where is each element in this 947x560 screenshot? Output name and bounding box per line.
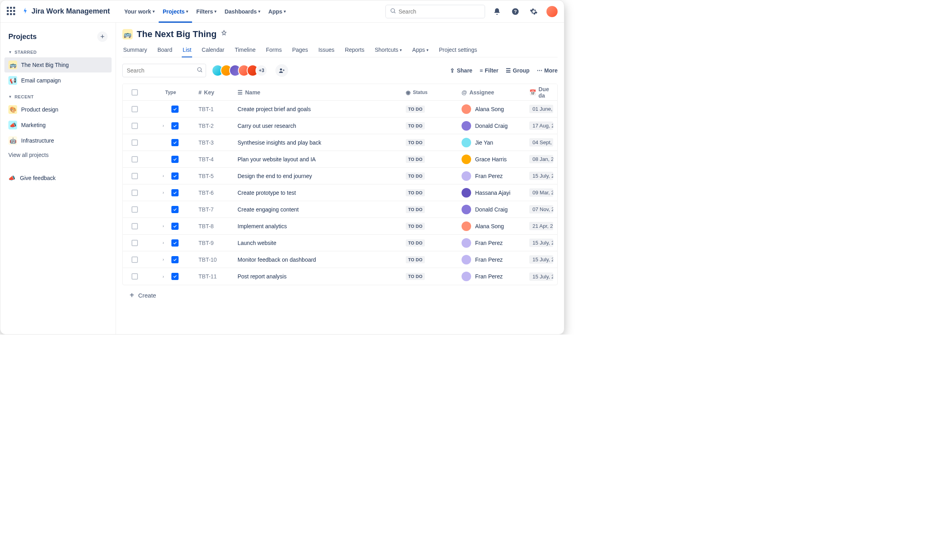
assignee-cell[interactable]: Fran Perez [458,255,525,264]
tab-board[interactable]: Board [157,43,173,57]
tab-timeline[interactable]: Timeline [234,43,256,57]
sidebar-item-product-design[interactable]: 🎨Product design [4,102,112,117]
status-badge[interactable]: TO DO [406,256,425,263]
issue-key[interactable]: TBT-10 [195,257,234,263]
assignee-cell[interactable]: Alana Song [458,221,525,231]
issue-name[interactable]: Implement analytics [234,223,402,229]
issue-name[interactable]: Create project brief and goals [234,106,402,112]
issue-key[interactable]: TBT-1 [195,106,234,112]
column-header-status[interactable]: ◉Status [402,89,458,96]
tab-forms[interactable]: Forms [265,43,283,57]
row-checkbox[interactable] [132,173,138,179]
row-checkbox[interactable] [132,240,138,246]
assignee-cell[interactable]: Fran Perez [458,272,525,281]
row-checkbox[interactable] [132,190,138,196]
sidebar-item-marketing[interactable]: 📣Marketing [4,117,112,133]
assignee-cell[interactable]: Donald Craig [458,205,525,214]
group-button[interactable]: ☰Group [506,67,530,74]
due-date[interactable]: 08 Jan, 2 [529,155,553,163]
status-badge[interactable]: TO DO [406,172,425,180]
status-badge[interactable]: TO DO [406,206,425,213]
table-row[interactable]: ›TBT-10Monitor feedback on dashboardTO D… [123,251,557,268]
share-button[interactable]: ⇪Share [450,67,472,74]
issue-key[interactable]: TBT-4 [195,156,234,163]
table-row[interactable]: ›TBT-5Design the end to end journeyTO DO… [123,168,557,184]
settings-icon[interactable] [527,5,540,18]
nav-item-apps[interactable]: Apps▾ [264,6,290,17]
due-date[interactable]: 21 Apr, 2 [529,222,553,230]
expand-icon[interactable]: › [163,123,168,128]
view-all-projects-link[interactable]: View all projects [4,149,112,161]
expand-icon[interactable]: › [163,241,168,245]
nav-item-dashboards[interactable]: Dashboards▾ [220,6,264,17]
column-header-assignee[interactable]: @Assignee [458,89,525,96]
assignee-cell[interactable]: Fran Perez [458,171,525,181]
table-row[interactable]: TBT-3Synthesise insights and play backTO… [123,134,557,151]
automation-icon[interactable] [220,30,228,39]
tab-pages[interactable]: Pages [291,43,309,57]
more-members-count[interactable]: +3 [255,65,267,76]
issue-key[interactable]: TBT-8 [195,223,234,229]
assignee-cell[interactable]: Alana Song [458,104,525,114]
status-badge[interactable]: TO DO [406,106,425,113]
create-project-button[interactable]: + [97,31,108,42]
column-header-type[interactable]: Type [147,90,195,95]
due-date[interactable]: 15 July, 2 [529,239,553,247]
issue-name[interactable]: Carry out user research [234,123,402,129]
table-row[interactable]: TBT-4Plan your website layout and IATO D… [123,151,557,168]
sidebar-section-starred[interactable]: ▼ STARRED [4,47,112,57]
search-input[interactable] [399,8,481,15]
expand-icon[interactable]: › [163,274,168,279]
filter-button[interactable]: ≡Filter [479,67,498,74]
tab-list[interactable]: List [182,43,192,57]
tab-summary[interactable]: Summary [122,43,148,57]
status-badge[interactable]: TO DO [406,239,425,247]
list-search-input[interactable] [127,67,196,74]
column-header-name[interactable]: ☰Name [234,89,402,96]
tab-shortcuts[interactable]: Shortcuts▾ [374,43,403,57]
sidebar-item-infrastructure[interactable]: 🤖Infrastructure [4,133,112,148]
sidebar-section-recent[interactable]: ▼ RECENT [4,92,112,102]
issue-key[interactable]: TBT-3 [195,139,234,146]
profile-avatar[interactable] [546,6,558,17]
issue-key[interactable]: TBT-6 [195,190,234,196]
nav-item-filters[interactable]: Filters▾ [192,6,220,17]
column-header-due[interactable]: 📅Due da [525,86,557,99]
expand-icon[interactable]: › [163,257,168,262]
assignee-cell[interactable]: Jie Yan [458,138,525,147]
issue-name[interactable]: Design the end to end journey [234,173,402,179]
status-badge[interactable]: TO DO [406,273,425,280]
table-row[interactable]: ›TBT-9Launch websiteTO DOFran Perez15 Ju… [123,235,557,251]
issue-name[interactable]: Create engaging content [234,206,402,213]
assignee-cell[interactable]: Donald Craig [458,121,525,131]
due-date[interactable]: 07 Nov, 2 [529,205,553,213]
table-row[interactable]: TBT-7Create engaging contentTO DODonald … [123,201,557,218]
row-checkbox[interactable] [132,273,138,280]
list-search[interactable] [122,64,206,77]
due-date[interactable]: 15 July, 2 [529,255,553,264]
create-issue-button[interactable]: + Create [122,285,558,305]
row-checkbox[interactable] [132,156,138,163]
issue-key[interactable]: TBT-7 [195,206,234,213]
due-date[interactable]: 17 Aug, 2 [529,121,553,130]
column-header-key[interactable]: #Key [195,89,234,96]
expand-icon[interactable]: › [163,224,168,228]
select-all-checkbox[interactable] [132,89,138,96]
status-badge[interactable]: TO DO [406,139,425,146]
table-row[interactable]: ›TBT-6Create prototype to testTO DOHassa… [123,184,557,201]
row-checkbox[interactable] [132,223,138,229]
issue-name[interactable]: Create prototype to test [234,190,402,196]
row-checkbox[interactable] [132,139,138,146]
due-date[interactable]: 01 June, [529,105,553,113]
assignee-cell[interactable]: Fran Perez [458,238,525,248]
notifications-icon[interactable] [491,5,503,18]
global-search[interactable] [385,5,485,18]
issue-key[interactable]: TBT-2 [195,123,234,129]
product-logo[interactable]: Jira Work Management [22,7,110,16]
row-checkbox[interactable] [132,257,138,263]
issue-name[interactable]: Monitor feedback on dashboard [234,257,402,263]
sidebar-item-the-next-big-thing[interactable]: 🚌The Next Big Thing [4,57,112,72]
status-badge[interactable]: TO DO [406,122,425,129]
due-date[interactable]: 15 July, 2 [529,172,553,180]
issue-key[interactable]: TBT-5 [195,173,234,179]
